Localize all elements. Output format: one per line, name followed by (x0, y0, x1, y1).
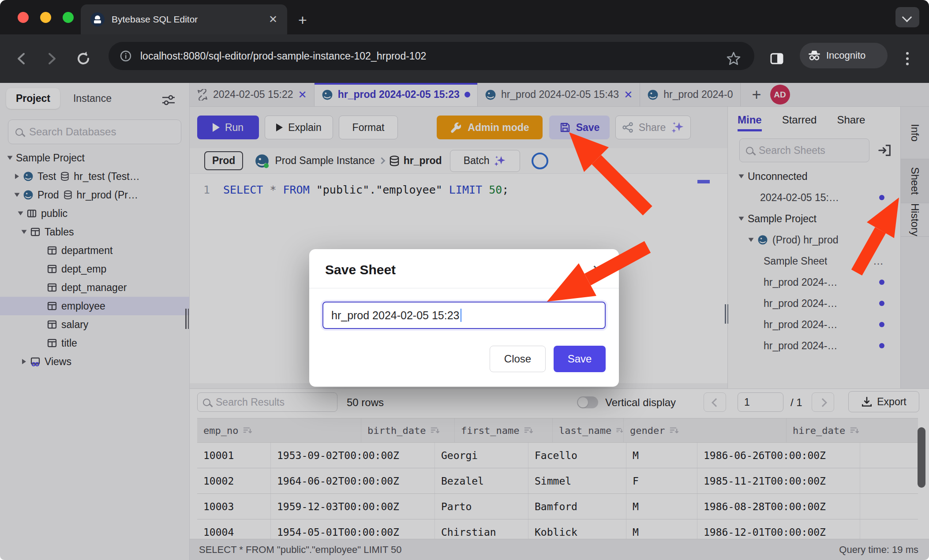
bookmark-star-icon[interactable] (725, 50, 742, 67)
sheet-name-input[interactable]: hr_prod 2024-02-05 15:23 (322, 302, 606, 329)
incognito-icon (808, 50, 821, 61)
dialog-divider (309, 288, 619, 288)
window-controls (18, 12, 74, 23)
incognito-label: Incognito (826, 50, 865, 61)
forward-icon[interactable] (43, 50, 60, 67)
bytebase-favicon (90, 12, 105, 26)
sql-editor-page: Project Instance Search Databases (0, 83, 929, 560)
dialog-title: Save Sheet (325, 262, 396, 277)
sheet-name-value: hr_prod 2024-02-05 15:23 (331, 309, 460, 322)
browser-menu-kebab-icon[interactable] (906, 52, 909, 55)
window-close-button[interactable] (18, 12, 29, 23)
bytebase-sql-editor-window: Bytebase SQL Editor ✕ + localhost:8080/s… (0, 0, 929, 560)
new-browser-tab-button[interactable]: + (298, 12, 307, 27)
dialog-close-button[interactable]: Close (490, 346, 546, 372)
save-sheet-dialog: Save Sheet ✕ hr_prod 2024-02-05 15:23 Cl… (309, 249, 619, 387)
browser-tab[interactable]: Bytebase SQL Editor ✕ (81, 4, 287, 34)
url-bar[interactable]: localhost:8080/sql-editor/prod-sample-in… (109, 42, 754, 70)
window-zoom-button[interactable] (63, 12, 74, 23)
browser-tab-close-icon[interactable]: ✕ (269, 14, 277, 25)
side-panel-icon[interactable] (768, 50, 785, 67)
browser-tab-title: Bytebase SQL Editor (112, 14, 262, 25)
dialog-save-button[interactable]: Save (554, 346, 606, 372)
reload-icon[interactable] (75, 50, 92, 67)
browser-toolbar: localhost:8080/sql-editor/prod-sample-in… (0, 34, 929, 83)
incognito-badge: Incognito (800, 43, 888, 68)
dialog-close-icon[interactable]: ✕ (592, 263, 603, 276)
back-icon[interactable] (13, 50, 30, 67)
text-cursor (461, 309, 461, 322)
browser-tab-strip: Bytebase SQL Editor ✕ + (0, 0, 929, 34)
site-info-icon[interactable] (120, 50, 131, 62)
window-minimize-button[interactable] (40, 12, 51, 23)
tab-search-chevron-button[interactable] (895, 7, 919, 27)
url-text: localhost:8080/sql-editor/prod-sample-in… (140, 50, 426, 62)
